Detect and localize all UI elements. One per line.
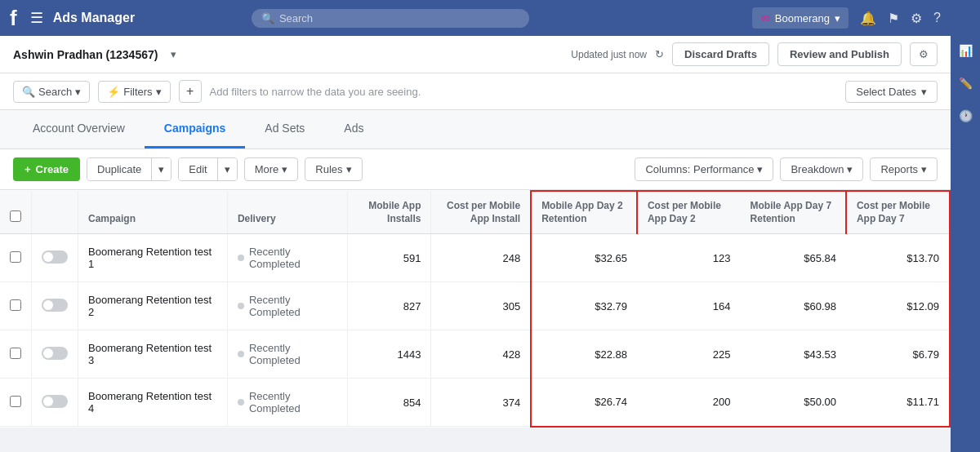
th-day2-retention: Mobile App Day 2 Retention bbox=[531, 191, 637, 234]
th-delivery: Delivery bbox=[227, 191, 347, 234]
right-panel: 📊 ✏️ 🕐 bbox=[951, 0, 980, 428]
row-checkbox[interactable] bbox=[10, 251, 21, 263]
row-day2-retention: $22.88 bbox=[531, 330, 637, 379]
bell-icon[interactable]: 🔔 bbox=[860, 11, 876, 26]
breakdown-label: Breakdown bbox=[791, 163, 844, 175]
create-button[interactable]: + Create bbox=[13, 157, 80, 181]
select-dates-button[interactable]: Select Dates ▾ bbox=[845, 81, 938, 103]
row-cost-install: 305 bbox=[431, 282, 531, 330]
row-campaign-name: Boomerang Retention test 2 bbox=[78, 282, 228, 330]
boomerang-logo-icon: ∞ bbox=[760, 11, 769, 25]
row-campaign-name: Boomerang Retention test 1 bbox=[78, 234, 228, 282]
account-right-actions: Updated just now ↻ Discard Drafts Review… bbox=[571, 42, 938, 66]
updated-status: Updated just now bbox=[571, 49, 647, 60]
boomerang-dropdown-icon[interactable]: ▾ bbox=[835, 12, 840, 24]
search-filter-dropdown-icon: ▾ bbox=[75, 86, 81, 98]
row-toggle-cell bbox=[32, 379, 78, 427]
search-icon: 🔍 bbox=[261, 12, 274, 24]
filters-label: Filters bbox=[123, 86, 152, 98]
edit-button[interactable]: Edit bbox=[179, 158, 217, 180]
more-button[interactable]: More ▾ bbox=[244, 157, 299, 181]
campaign-toggle[interactable] bbox=[42, 250, 68, 264]
campaign-toggle[interactable] bbox=[42, 347, 68, 360]
filters-button[interactable]: ⚡ Filters ▾ bbox=[98, 81, 170, 103]
tab-ad-sets[interactable]: Ad Sets bbox=[245, 110, 324, 148]
edit-dropdown-button[interactable]: ▾ bbox=[218, 158, 237, 180]
row-day2-retention: $26.74 bbox=[531, 379, 637, 427]
row-toggle-cell bbox=[32, 234, 78, 282]
discard-drafts-button[interactable]: Discard Drafts bbox=[672, 42, 769, 66]
search-filter-icon: 🔍 bbox=[22, 86, 35, 98]
delivery-status-dot bbox=[238, 255, 244, 261]
select-all-checkbox[interactable] bbox=[10, 210, 21, 222]
reports-label: Reports bbox=[880, 163, 918, 175]
tab-account-overview[interactable]: Account Overview bbox=[13, 110, 145, 148]
settings-icon[interactable]: ⚙ bbox=[911, 11, 922, 26]
row-delivery: Recently Completed bbox=[227, 234, 347, 282]
fb-logo: f bbox=[10, 6, 17, 31]
add-filter-button[interactable]: + bbox=[179, 80, 202, 103]
clock-panel-icon[interactable]: 🕐 bbox=[951, 101, 981, 131]
duplicate-button[interactable]: Duplicate bbox=[87, 158, 152, 180]
row-cost-day7: $11.71 bbox=[846, 379, 950, 427]
th-cost-install: Cost per Mobile App Install bbox=[431, 191, 531, 234]
search-filter-button[interactable]: 🔍 Search ▾ bbox=[13, 81, 90, 103]
toolbar-right: Columns: Performance ▾ Breakdown ▾ Repor… bbox=[635, 157, 938, 181]
edit-panel-icon[interactable]: ✏️ bbox=[951, 69, 981, 98]
delivery-status-dot bbox=[238, 399, 244, 405]
row-delivery: Recently Completed bbox=[227, 330, 347, 379]
tab-campaigns[interactable]: Campaigns bbox=[145, 110, 245, 148]
th-day7-retention: Mobile App Day 7 Retention bbox=[741, 191, 846, 234]
delivery-status-text: Recently Completed bbox=[249, 294, 337, 318]
search-filter-label: Search bbox=[38, 86, 72, 98]
campaign-toggle[interactable] bbox=[42, 395, 68, 408]
top-nav: f ☰ Ads Manager 🔍 ∞ Boomerang ▾ 🔔 ⚑ ⚙ ? bbox=[0, 0, 951, 36]
breakdown-button[interactable]: Breakdown ▾ bbox=[780, 157, 863, 181]
boomerang-badge[interactable]: ∞ Boomerang ▾ bbox=[752, 7, 849, 29]
row-cost-day7: $6.79 bbox=[846, 330, 950, 379]
filter-icon: ⚡ bbox=[107, 86, 120, 98]
account-dropdown-icon[interactable]: ▾ bbox=[171, 48, 176, 60]
flag-icon[interactable]: ⚑ bbox=[888, 11, 899, 26]
th-checkbox bbox=[0, 191, 32, 234]
row-cost-day2: 200 bbox=[637, 379, 741, 427]
row-checkbox[interactable] bbox=[10, 396, 21, 407]
nav-right: ∞ Boomerang ▾ 🔔 ⚑ ⚙ ? bbox=[752, 7, 941, 29]
row-day7-retention: $60.98 bbox=[741, 282, 846, 330]
main-content: f ☰ Ads Manager 🔍 ∞ Boomerang ▾ 🔔 ⚑ ⚙ ? … bbox=[0, 0, 951, 428]
account-gear-button[interactable]: ⚙ bbox=[910, 42, 938, 66]
campaigns-table-container: Campaign Delivery Mobile App Installs Co… bbox=[0, 190, 951, 428]
row-cost-install: 428 bbox=[431, 330, 531, 379]
more-label: More bbox=[255, 163, 279, 175]
chart-panel-icon[interactable]: 📊 bbox=[951, 36, 981, 65]
columns-dropdown-icon: ▾ bbox=[757, 163, 763, 175]
tab-ads[interactable]: Ads bbox=[324, 110, 383, 148]
row-installs: 854 bbox=[347, 379, 431, 427]
hamburger-icon[interactable]: ☰ bbox=[30, 9, 43, 27]
campaign-toggle[interactable] bbox=[42, 299, 68, 312]
filter-hint: Add filters to narrow the data you are s… bbox=[210, 86, 838, 98]
row-checkbox[interactable] bbox=[10, 348, 21, 359]
rules-button[interactable]: Rules ▾ bbox=[305, 157, 362, 181]
refresh-icon[interactable]: ↻ bbox=[655, 48, 664, 60]
review-publish-button[interactable]: Review and Publish bbox=[777, 42, 902, 66]
row-cost-day2: 123 bbox=[637, 234, 741, 282]
row-delivery: Recently Completed bbox=[227, 379, 347, 427]
table-row: Boomerang Retention test 3 Recently Comp… bbox=[0, 330, 950, 379]
search-input[interactable] bbox=[279, 12, 519, 24]
delivery-status-text: Recently Completed bbox=[249, 246, 337, 270]
th-campaign: Campaign bbox=[78, 191, 228, 234]
app-title: Ads Manager bbox=[53, 11, 135, 25]
reports-button[interactable]: Reports ▾ bbox=[870, 157, 938, 181]
edit-button-group: Edit ▾ bbox=[178, 157, 237, 181]
th-cost-day2: Cost per Mobile App Day 2 bbox=[637, 191, 741, 234]
row-cost-install: 374 bbox=[431, 379, 531, 427]
row-day7-retention: $43.53 bbox=[741, 330, 846, 379]
row-checkbox[interactable] bbox=[10, 299, 21, 311]
search-bar[interactable]: 🔍 bbox=[252, 9, 529, 28]
th-cost-day7: Cost per Mobile App Day 7 bbox=[846, 191, 950, 234]
help-icon[interactable]: ? bbox=[933, 11, 941, 25]
columns-button[interactable]: Columns: Performance ▾ bbox=[635, 157, 773, 181]
row-campaign-name: Boomerang Retention test 3 bbox=[78, 330, 228, 379]
duplicate-dropdown-button[interactable]: ▾ bbox=[152, 158, 171, 180]
